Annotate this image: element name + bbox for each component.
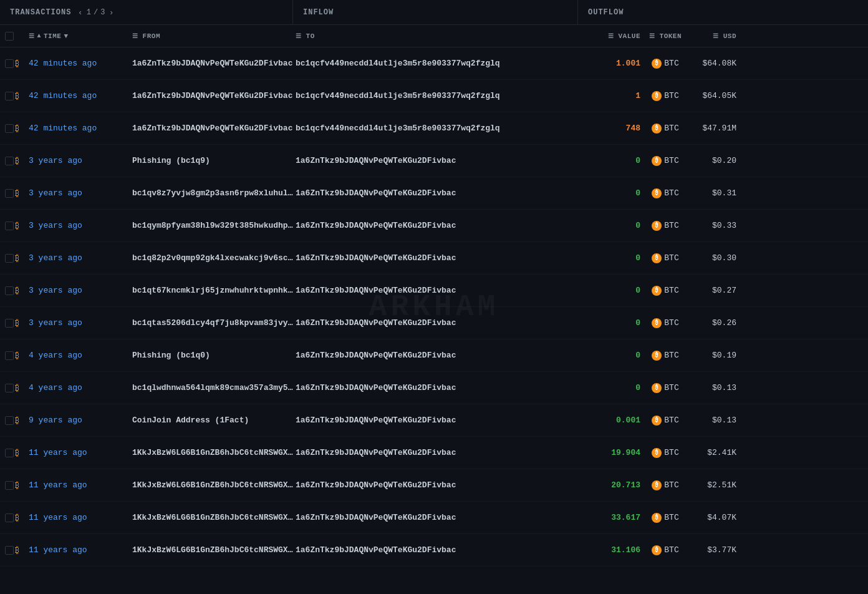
time-label: TIME [44,32,61,40]
col-from-header[interactable]: ☰ FROM [132,32,293,40]
time-cell[interactable]: 3 years ago [26,318,132,328]
time-cell[interactable]: 3 years ago [26,286,132,295]
to-cell[interactable]: 1a6ZnTkz9bJDAQNvPeQWTeKGu2DFivbac [293,448,578,457]
to-cell[interactable]: 1a6ZnTkz9bJDAQNvPeQWTeKGu2DFivbac [293,545,578,555]
row-link-cell[interactable]: ₿ [12,318,26,328]
to-cell[interactable]: bc1qcfv449necddl4utlje3m5r8e903377wq2fzg… [293,59,578,68]
from-cell[interactable]: bc1qt67kncmklrj65jznwhuhrktwpnhkal50mlf5… [132,286,293,295]
time-cell[interactable]: 11 years ago [26,448,132,457]
to-cell[interactable]: 1a6ZnTkz9bJDAQNvPeQWTeKGu2DFivbac [293,383,578,392]
col-value-header[interactable]: ☰ VALUE [578,32,640,40]
from-cell[interactable]: Phishing (bc1q0) [132,351,293,360]
table-row[interactable]: ₿ 3 years ago bc1qtas5206dlcy4qf7ju8kpva… [0,307,868,339]
to-cell[interactable]: bc1qcfv449necddl4utlje3m5r8e903377wq2fzg… [293,91,578,100]
col-time-header[interactable]: ☰ ▲ TIME ▼ [26,32,132,40]
from-cell[interactable]: bc1qtas5206dlcy4qf7ju8kpvam83jvym6w9ez08… [132,318,293,328]
to-cell[interactable]: 1a6ZnTkz9bJDAQNvPeQWTeKGu2DFivbac [293,221,578,230]
time-cell[interactable]: 42 minutes ago [26,59,132,68]
row-link-cell[interactable]: ₿ [12,448,26,458]
to-cell[interactable]: 1a6ZnTkz9bJDAQNvPeQWTeKGu2DFivbac [293,480,578,490]
btc-icon: ₿ [652,480,662,490]
token-name: BTC [664,124,678,133]
from-cell[interactable]: 1KkJxBzW6LG6B1GnZB6hJbC6tcNRSWGXNa [132,545,293,555]
table-row[interactable]: ₿ 3 years ago bc1qv8z7yvjw8gm2p3asn6rpw8… [0,177,868,210]
table-row[interactable]: ₿ 4 years ago Phishing (bc1q0) 1a6ZnTkz9… [0,339,868,372]
to-cell[interactable]: 1a6ZnTkz9bJDAQNvPeQWTeKGu2DFivbac [293,416,578,425]
time-cell[interactable]: 4 years ago [26,351,132,360]
row-link-cell[interactable]: ₿ [12,59,26,69]
time-cell[interactable]: 11 years ago [26,480,132,490]
row-link-cell[interactable]: ₿ [12,513,26,523]
from-cell[interactable]: bc1qlwdhnwa564lqmk89cmaw357a3my5t7cpvm0l… [132,383,293,392]
table-row[interactable]: ₿ 11 years ago 1KkJxBzW6LG6B1GnZB6hJbC6t… [0,437,868,469]
from-cell[interactable]: bc1q82p2v0qmp92gk4lxecwakcj9v6scne979wtv… [132,253,293,263]
value-cell: 0 [578,188,640,198]
col-to-header[interactable]: ☰ TO [293,32,578,40]
to-cell[interactable]: 1a6ZnTkz9bJDAQNvPeQWTeKGu2DFivbac [293,513,578,522]
from-cell[interactable]: 1a6ZnTkz9bJDAQNvPeQWTeKGu2DFivbac [132,124,293,133]
time-cell[interactable]: 11 years ago [26,513,132,522]
row-link-cell[interactable]: ₿ [12,545,26,555]
page-current: 1 [87,8,91,17]
bitcoin-icon: ₿ [15,221,19,231]
from-cell[interactable]: CoinJoin Address (1Fact) [132,416,293,425]
table-row[interactable]: ₿ 3 years ago bc1qt67kncmklrj65jznwhuhrk… [0,275,868,307]
from-cell[interactable]: 1KkJxBzW6LG6B1GnZB6hJbC6tcNRSWGXNa [132,480,293,490]
table-row[interactable]: ₿ 3 years ago bc1qym8pfyam38hl9w329t385h… [0,210,868,242]
time-cell[interactable]: 3 years ago [26,253,132,263]
time-cell[interactable]: 11 years ago [26,545,132,555]
row-link-cell[interactable]: ₿ [12,124,26,134]
btc-icon: ₿ [652,156,662,166]
prev-page-button[interactable]: ‹ [76,6,84,18]
time-cell[interactable]: 3 years ago [26,188,132,198]
to-cell[interactable]: 1a6ZnTkz9bJDAQNvPeQWTeKGu2DFivbac [293,188,578,198]
col-token-header[interactable]: ☰ TOKEN [640,32,690,40]
to-cell[interactable]: 1a6ZnTkz9bJDAQNvPeQWTeKGu2DFivbac [293,253,578,263]
col-usd-header[interactable]: ☰ USD [690,32,746,40]
time-cell[interactable]: 9 years ago [26,416,132,425]
time-cell[interactable]: 4 years ago [26,383,132,392]
from-cell[interactable]: 1a6ZnTkz9bJDAQNvPeQWTeKGu2DFivbac [132,59,293,68]
table-row[interactable]: ₿ 42 minutes ago 1a6ZnTkz9bJDAQNvPeQWTeK… [0,47,868,80]
header-checkbox[interactable] [5,32,14,41]
time-cell[interactable]: 42 minutes ago [26,91,132,100]
table-row[interactable]: ₿ 42 minutes ago 1a6ZnTkz9bJDAQNvPeQWTeK… [0,112,868,145]
page-separator: / [94,8,98,17]
row-link-cell[interactable]: ₿ [12,253,26,263]
time-cell[interactable]: 3 years ago [26,156,132,165]
row-link-cell[interactable]: ₿ [12,351,26,361]
from-cell[interactable]: 1KkJxBzW6LG6B1GnZB6hJbC6tcNRSWGXNa [132,448,293,457]
from-cell[interactable]: Phishing (bc1q9) [132,156,293,165]
row-link-cell[interactable]: ₿ [12,480,26,490]
table-row[interactable]: ₿ 3 years ago Phishing (bc1q9) 1a6ZnTkz9… [0,145,868,177]
table-row[interactable]: ₿ 11 years ago 1KkJxBzW6LG6B1GnZB6hJbC6t… [0,534,868,567]
from-cell[interactable]: bc1qym8pfyam38hl9w329t385hwkudhprmkpjhrq… [132,221,293,230]
row-link-cell[interactable]: ₿ [12,91,26,101]
table-row[interactable]: ₿ 9 years ago CoinJoin Address (1Fact) 1… [0,404,868,437]
row-link-cell[interactable]: ₿ [12,383,26,393]
next-page-button[interactable]: › [107,6,115,18]
table-row[interactable]: ₿ 11 years ago 1KkJxBzW6LG6B1GnZB6hJbC6t… [0,502,868,534]
from-cell[interactable]: bc1qv8z7yvjw8gm2p3asn6rpw8xluhulm7h76a4g… [132,188,293,198]
to-cell[interactable]: bc1qcfv449necddl4utlje3m5r8e903377wq2fzg… [293,124,578,133]
table-row[interactable]: ₿ 4 years ago bc1qlwdhnwa564lqmk89cmaw35… [0,372,868,404]
from-cell[interactable]: 1a6ZnTkz9bJDAQNvPeQWTeKGu2DFivbac [132,91,293,100]
to-cell[interactable]: 1a6ZnTkz9bJDAQNvPeQWTeKGu2DFivbac [293,318,578,328]
row-link-cell[interactable]: ₿ [12,156,26,166]
table-row[interactable]: ₿ 42 minutes ago 1a6ZnTkz9bJDAQNvPeQWTeK… [0,80,868,112]
value-cell: 0 [578,351,640,360]
to-cell[interactable]: 1a6ZnTkz9bJDAQNvPeQWTeKGu2DFivbac [293,286,578,295]
table-row[interactable]: ₿ 3 years ago bc1q82p2v0qmp92gk4lxecwakc… [0,242,868,275]
row-link-cell[interactable]: ₿ [12,188,26,198]
btc-icon: ₿ [652,513,662,523]
to-cell[interactable]: 1a6ZnTkz9bJDAQNvPeQWTeKGu2DFivbac [293,351,578,360]
row-link-cell[interactable]: ₿ [12,416,26,426]
time-cell[interactable]: 3 years ago [26,221,132,230]
time-cell[interactable]: 42 minutes ago [26,124,132,133]
table-row[interactable]: ₿ 11 years ago 1KkJxBzW6LG6B1GnZB6hJbC6t… [0,469,868,502]
from-cell[interactable]: 1KkJxBzW6LG6B1GnZB6hJbC6tcNRSWGXNa [132,513,293,522]
row-link-cell[interactable]: ₿ [12,221,26,231]
usd-label: USD [723,32,736,40]
row-link-cell[interactable]: ₿ [12,286,26,296]
to-cell[interactable]: 1a6ZnTkz9bJDAQNvPeQWTeKGu2DFivbac [293,156,578,165]
